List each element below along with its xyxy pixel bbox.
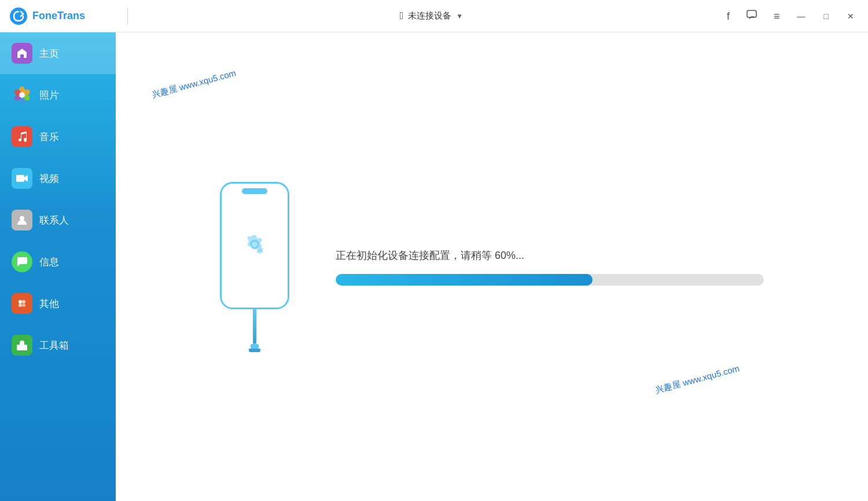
sidebar-label-music: 音乐 — [39, 130, 59, 144]
phone-notch — [242, 188, 267, 194]
svg-rect-1 — [747, 10, 756, 17]
device-selector-area:  未连接设备 ▼ — [139, 6, 723, 25]
watermark-bottom: 兴趣屋 www.xqu5.com — [654, 363, 741, 396]
sidebar-item-music[interactable]: 音乐 — [0, 116, 116, 158]
window-actions: f ≡ — □ ✕ — [723, 7, 868, 25]
svg-point-18 — [259, 249, 262, 252]
sidebar-item-home[interactable]: 主页 — [0, 32, 116, 74]
close-button[interactable]: ✕ — [843, 9, 859, 23]
app-logo: FoneTrans — [0, 7, 116, 25]
photos-icon — [12, 85, 32, 105]
sidebar-item-toolbox[interactable]: 工具箱 — [0, 324, 116, 366]
chevron-down-icon: ▼ — [456, 12, 463, 20]
main-content: 正在初始化设备连接配置，请稍等 60%... — [220, 182, 764, 352]
progress-bar-track — [336, 274, 764, 286]
sidebar-label-home: 主页 — [39, 47, 59, 60]
gear-icon — [237, 228, 272, 263]
facebook-icon[interactable]: f — [723, 9, 733, 24]
chat-icon[interactable] — [742, 7, 761, 25]
sidebar-label-messages: 信息 — [39, 255, 59, 269]
sidebar-label-others: 其他 — [39, 297, 59, 310]
svg-rect-10 — [16, 175, 24, 182]
logo-icon — [9, 7, 28, 25]
svg-point-13 — [22, 300, 25, 303]
others-icon — [12, 293, 32, 314]
main-layout: 主页 照片 — [0, 32, 868, 501]
video-icon — [12, 168, 32, 189]
minimize-button[interactable]: — — [793, 9, 810, 23]
maximize-button[interactable]: □ — [819, 9, 833, 23]
sidebar-item-video[interactable]: 视频 — [0, 158, 116, 199]
toolbox-icon — [12, 335, 32, 356]
svg-point-9 — [19, 92, 25, 98]
svg-point-15 — [22, 303, 25, 307]
sidebar: 主页 照片 — [0, 32, 116, 501]
svg-point-12 — [19, 300, 22, 303]
sidebar-label-contacts: 联系人 — [39, 214, 69, 227]
titlebar: FoneTrans  未连接设备 ▼ f ≡ — □ ✕ — [0, 0, 868, 32]
sidebar-item-others[interactable]: 其他 — [0, 283, 116, 324]
sidebar-label-toolbox: 工具箱 — [39, 339, 69, 352]
phone-illustration — [220, 182, 289, 352]
apple-icon:  — [400, 10, 404, 22]
sidebar-item-contacts[interactable]: 联系人 — [0, 199, 116, 241]
sidebar-item-messages[interactable]: 信息 — [0, 241, 116, 283]
sidebar-label-photos: 照片 — [39, 89, 59, 102]
sidebar-item-photos[interactable]: 照片 — [0, 74, 116, 116]
device-name-label: 未连接设备 — [408, 10, 451, 21]
sidebar-label-video: 视频 — [39, 172, 59, 185]
music-icon — [12, 126, 32, 147]
app-title: FoneTrans — [32, 10, 85, 22]
status-text: 正在初始化设备连接配置，请稍等 60%... — [336, 248, 764, 262]
status-section: 正在初始化设备连接配置，请稍等 60%... — [336, 248, 764, 286]
messages-icon — [12, 251, 32, 272]
contacts-icon — [12, 210, 32, 231]
phone-body — [220, 182, 289, 309]
svg-point-14 — [19, 303, 22, 307]
titlebar-divider — [127, 8, 128, 25]
content-area: 兴趣屋 www.xqu5.com — [116, 32, 868, 501]
svg-point-0 — [10, 8, 27, 25]
usb-cable — [220, 309, 289, 352]
progress-bar-fill — [336, 274, 593, 286]
watermark-top: 兴趣屋 www.xqu5.com — [150, 68, 237, 101]
device-selector[interactable]:  未连接设备 ▼ — [393, 6, 470, 25]
svg-point-11 — [20, 216, 24, 221]
menu-icon[interactable]: ≡ — [770, 9, 784, 24]
home-icon — [12, 43, 32, 64]
svg-rect-17 — [21, 346, 23, 348]
